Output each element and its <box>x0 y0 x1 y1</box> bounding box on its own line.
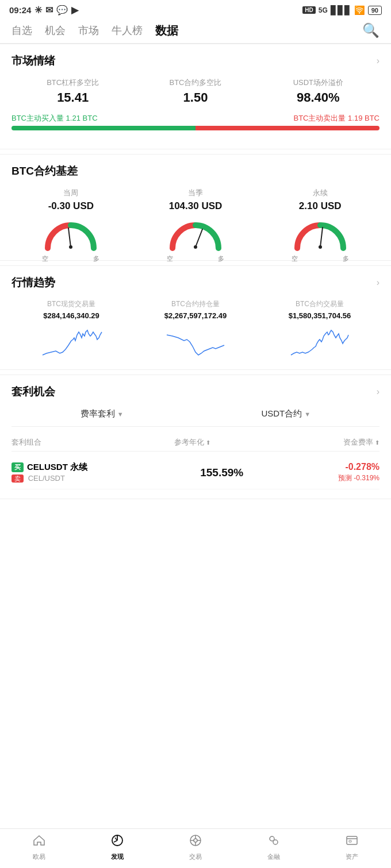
svg-line-0 <box>68 228 71 247</box>
discover-icon <box>110 834 124 851</box>
sentiment-label-0: BTC杠杆多空比 <box>12 78 134 88</box>
gauge-labels-1: 空 多 <box>167 254 224 263</box>
basis-value-0: -0.30 USD <box>12 200 131 212</box>
trend-chevron: › <box>377 277 379 288</box>
trend-label-2: BTC合约交易量 <box>260 299 379 309</box>
sentiment-value-0: 15.41 <box>12 90 134 105</box>
nav-tab-shuju[interactable]: 数据 <box>155 23 178 38</box>
arb-title: 套利机会 <box>12 384 55 399</box>
trend-value-0: $284,146,340.29 <box>12 311 131 320</box>
sort-icon-rate: ⬆ <box>375 439 379 446</box>
svg-line-4 <box>320 227 323 247</box>
bottom-nav-jinrong[interactable]: 金融 <box>235 834 313 861</box>
sentiment-header[interactable]: 市场情绪 › <box>12 53 379 68</box>
home-icon <box>32 834 46 851</box>
status-right-icons: HD 5G ▊▊▊ 🛜 90 <box>302 5 382 16</box>
svg-point-14 <box>273 840 278 844</box>
bottom-nav-label-faxian: 发现 <box>111 852 124 861</box>
sentiment-value-1: 1.50 <box>134 90 256 105</box>
nav-tab-shichang[interactable]: 市场 <box>78 24 99 37</box>
market-sentiment-section: 市场情绪 › BTC杠杆多空比 15.41 BTC合约多空比 1.50 USDT… <box>0 44 391 149</box>
status-bar: 09:24 ✳ ✉ 💬 ▶ HD 5G ▊▊▊ 🛜 90 <box>0 0 391 18</box>
arb-chevron: › <box>377 387 379 397</box>
sell-label: BTC主动卖出量 1.19 BTC <box>293 113 379 124</box>
search-button[interactable]: 🔍 <box>362 22 379 38</box>
sort-icon-annualized: ⬆ <box>206 439 210 446</box>
arb-col-annualized[interactable]: 参考年化 ⬆ <box>174 437 210 447</box>
sentiment-label-1: BTC合约多空比 <box>134 78 256 88</box>
arb-rate-predict-0: 预测 -0.319% <box>274 473 379 483</box>
arb-filter-1[interactable]: 费率套利 ▼ <box>80 408 124 419</box>
arb-col-rate[interactable]: 资金费率 ⬆ <box>343 437 379 447</box>
sparkline-1 <box>136 323 255 358</box>
status-time: 09:24 ✳ ✉ 💬 ▶ <box>9 5 78 16</box>
nav-tab-zixuan[interactable]: 自选 <box>12 24 32 37</box>
nav-tabs: 自选 机会 市场 牛人榜 数据 <box>12 23 178 38</box>
trend-item-1: BTC合约持仓量 $2,267,597,172.49 <box>136 299 255 360</box>
bottom-nav-ouyi[interactable]: 欧易 <box>0 834 78 861</box>
sentiment-item-0: BTC杠杆多空比 15.41 <box>12 78 134 105</box>
market-trend-section: 行情趋势 › BTC现货交易量 $284,146,340.29 BTC合约持仓量… <box>0 265 391 370</box>
bottom-nav-label-zichan: 资产 <box>346 852 358 861</box>
bottom-nav-label-ouyi: 欧易 <box>33 852 45 861</box>
bottom-nav-faxian[interactable]: 发现 <box>78 834 156 861</box>
arbitrage-section: 套利机会 › 费率套利 ▼ USDT合约 ▼ 套利组合 参考年化 ⬆ 资金费率 … <box>0 375 391 499</box>
bottom-nav-jiaoyi[interactable]: 交易 <box>156 834 235 861</box>
gauge-0: 空 多 <box>42 217 99 251</box>
basis-label-1: 当季 <box>136 188 255 198</box>
arb-rate-0: -0.278% 预测 -0.319% <box>274 462 379 483</box>
arb-rate-main-0: -0.278% <box>274 462 379 472</box>
sentiment-item-2: USDT场外溢价 98.40% <box>257 78 379 105</box>
basis-item-0: 当周 -0.30 USD 空 多 <box>12 188 131 251</box>
btc-basis-section: BTC合约基差 当周 -0.30 USD 空 多 <box>0 154 391 261</box>
bottom-nav-label-jinrong: 金融 <box>267 852 280 861</box>
trend-header[interactable]: 行情趋势 › <box>12 275 379 290</box>
basis-header: BTC合约基差 <box>12 164 379 179</box>
svg-point-5 <box>319 245 322 249</box>
arb-filter-2[interactable]: USDT合约 ▼ <box>261 408 310 419</box>
arb-table-header: 套利组合 参考年化 ⬆ 资金费率 ⬆ <box>12 434 379 452</box>
arb-row-0[interactable]: 买 CELUSDT 永续 卖 CEL/USDT 155.59% -0.278% … <box>12 456 379 489</box>
svg-point-1 <box>69 245 72 249</box>
arb-pair-top-0: 买 CELUSDT 永续 <box>12 462 169 473</box>
gauge-2: 空 多 <box>292 217 349 251</box>
svg-point-3 <box>194 245 197 249</box>
sentiment-chevron: › <box>377 56 379 66</box>
sparkline-0 <box>12 323 131 358</box>
basis-item-1: 当季 104.30 USD 空 多 <box>136 188 255 251</box>
dropdown-arrow-2: ▼ <box>304 411 310 418</box>
basis-title: BTC合约基差 <box>12 164 78 179</box>
arb-annualized-0: 155.59% <box>169 466 274 479</box>
assets-icon <box>345 834 359 851</box>
nav-tab-jihui[interactable]: 机会 <box>45 24 66 37</box>
trade-icon <box>189 834 202 851</box>
trend-label-0: BTC现货交易量 <box>12 299 131 309</box>
svg-line-2 <box>195 229 202 247</box>
finance-icon <box>267 834 281 851</box>
trend-item-2: BTC合约交易量 $1,580,351,704.56 <box>260 299 379 360</box>
sparkline-2 <box>260 323 379 358</box>
basis-row: 当周 -0.30 USD 空 多 当季 <box>12 188 379 251</box>
basis-item-2: 永续 2.10 USD 空 多 <box>260 188 379 251</box>
buy-sell-labels: BTC主动买入量 1.21 BTC BTC主动卖出量 1.19 BTC <box>12 113 379 124</box>
nav-bar: 自选 机会 市场 牛人榜 数据 🔍 <box>0 18 391 44</box>
bottom-nav-zichan[interactable]: 资产 <box>313 834 391 861</box>
gauge-labels-0: 空 多 <box>42 254 99 263</box>
dropdown-arrow-1: ▼ <box>117 411 124 418</box>
arb-col-pair: 套利组合 <box>12 437 41 447</box>
buy-sell-bar <box>12 126 379 130</box>
trend-title: 行情趋势 <box>12 275 55 290</box>
basis-label-0: 当周 <box>12 188 131 198</box>
arb-header[interactable]: 套利机会 › <box>12 384 379 399</box>
sentiment-row: BTC杠杆多空比 15.41 BTC合约多空比 1.50 USDT场外溢价 98… <box>12 78 379 105</box>
sentiment-label-2: USDT场外溢价 <box>257 78 379 88</box>
arb-pair-0: 买 CELUSDT 永续 卖 CEL/USDT <box>12 462 169 483</box>
bottom-nav-label-jiaoyi: 交易 <box>189 852 202 861</box>
sentiment-value-2: 98.40% <box>257 90 379 105</box>
trend-value-1: $2,267,597,172.49 <box>136 311 255 320</box>
trend-label-1: BTC合约持仓量 <box>136 299 255 309</box>
buy-tag-0: 买 <box>12 462 24 472</box>
trend-item-0: BTC现货交易量 $284,146,340.29 <box>12 299 131 360</box>
gauge-1: 空 多 <box>167 217 224 251</box>
nav-tab-niurenbang[interactable]: 牛人榜 <box>112 24 143 37</box>
